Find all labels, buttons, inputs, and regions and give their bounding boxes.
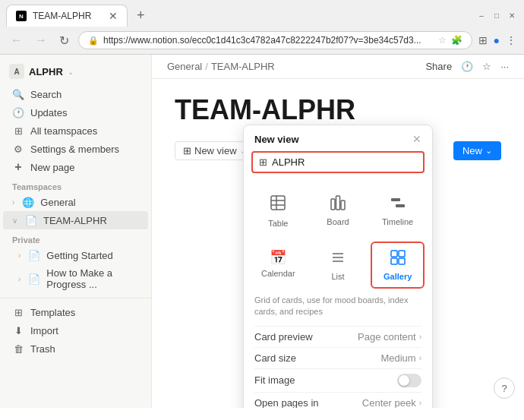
svg-rect-5: [336, 196, 339, 210]
panel-input-row: ⊞: [244, 151, 432, 181]
sidebar-item-general[interactable]: › 🌐 General: [3, 193, 148, 211]
view-option-gallery[interactable]: Gallery: [371, 242, 425, 289]
profile-icon[interactable]: ●: [494, 34, 500, 46]
svg-rect-0: [271, 196, 285, 210]
history-icon[interactable]: 🕐: [461, 61, 473, 72]
card-preview-value-text: Page content: [358, 331, 416, 343]
sidebar-team-alphr-label: TEAM-ALPHR: [43, 215, 107, 226]
fit-image-label: Fit image: [254, 374, 295, 386]
new-page-icon: +: [12, 161, 24, 173]
maximize-button[interactable]: □: [491, 10, 503, 22]
calendar-icon: 📅: [270, 249, 286, 266]
svg-rect-4: [331, 199, 335, 210]
general-icon: 🌐: [22, 196, 34, 208]
breadcrumb-home: General: [167, 61, 202, 72]
address-ext-icon: 🧩: [451, 35, 462, 46]
main-content: General / TEAM-ALPHR Share 🕐 ☆ ··· TEAM-…: [152, 55, 524, 408]
view-name-input[interactable]: [272, 156, 417, 168]
favorite-icon[interactable]: ☆: [482, 61, 491, 72]
browser-tab[interactable]: N TEAM-ALPHR ✕: [6, 5, 128, 27]
getting-started-chevron: ›: [18, 251, 21, 260]
getting-started-icon: 📄: [28, 249, 40, 261]
window-controls: – □ ✕: [475, 10, 518, 22]
address-bar[interactable]: 🔒 https://www.notion.so/ecc0c1d41c3c4782…: [78, 31, 472, 49]
trash-icon: 🗑: [12, 343, 24, 355]
updates-icon: 🕐: [12, 106, 24, 118]
open-pages-value-text: Center peek: [362, 397, 416, 408]
close-button[interactable]: ✕: [506, 10, 518, 22]
header-actions: Share 🕐 ☆ ···: [425, 61, 509, 72]
team-alphr-chevron: ∨: [12, 216, 17, 225]
sidebar-divider: [0, 298, 151, 298]
view-btn-icon: ⊞: [183, 145, 191, 156]
sidebar-item-all-teamspaces[interactable]: ⊞ All teamspaces: [3, 122, 148, 140]
sidebar-item-search[interactable]: 🔍 Search: [3, 85, 148, 103]
tab-close-btn[interactable]: ✕: [109, 10, 118, 22]
help-button[interactable]: ?: [494, 377, 515, 399]
new-record-button[interactable]: New ⌄: [453, 141, 501, 160]
teamspaces-section-label: Teamspaces: [0, 176, 151, 193]
sidebar-item-updates[interactable]: 🕐 Updates: [3, 103, 148, 122]
sidebar-how-to-label: How to Make a Progress ...: [46, 267, 139, 290]
svg-rect-8: [396, 204, 405, 207]
new-tab-button[interactable]: +: [131, 5, 151, 27]
address-star-icon: ☆: [438, 35, 447, 46]
back-button[interactable]: ←: [8, 32, 26, 49]
setting-card-preview: Card preview Page content ›: [254, 326, 421, 347]
open-pages-value[interactable]: Center peek ›: [362, 397, 421, 408]
card-size-value[interactable]: Medium ›: [380, 352, 421, 364]
sidebar-updates-label: Updates: [30, 107, 67, 118]
search-icon: 🔍: [12, 88, 24, 100]
view-option-calendar[interactable]: 📅 Calendar: [251, 242, 305, 289]
view-options-grid: Table Board Timeline: [244, 181, 432, 295]
toggle-knob: [399, 375, 409, 386]
new-view-button[interactable]: ⊞ New view ⌄: [175, 141, 254, 160]
svg-rect-14: [391, 258, 397, 264]
panel-close-button[interactable]: ✕: [412, 133, 421, 145]
calendar-label: Calendar: [261, 269, 295, 278]
how-to-icon: 📄: [28, 273, 40, 285]
page-body: TEAM-ALPHR ⊞ New view ⌄ Filter Sort 🔍 ··…: [152, 79, 524, 408]
sidebar-item-trash[interactable]: 🗑 Trash: [3, 339, 148, 358]
card-preview-chevron: ›: [419, 333, 421, 341]
table-label: Table: [268, 219, 288, 228]
sidebar-item-how-to[interactable]: › 📄 How to Make a Progress ...: [3, 264, 148, 293]
share-button[interactable]: Share: [425, 61, 452, 72]
sidebar-item-templates[interactable]: ⊞ Templates: [3, 303, 148, 321]
sidebar-item-team-alphr[interactable]: ∨ 📄 TEAM-ALPHR: [3, 211, 148, 229]
import-icon: ⬇: [12, 324, 24, 336]
sidebar-item-settings[interactable]: ⚙ Settings & members: [3, 140, 148, 158]
panel-settings: Card preview Page content › Card size Me…: [244, 326, 432, 408]
view-option-timeline[interactable]: Timeline: [371, 187, 425, 235]
card-preview-value[interactable]: Page content ›: [358, 331, 421, 343]
sidebar-search-label: Search: [30, 89, 62, 100]
tab-favicon: N: [16, 11, 27, 21]
open-pages-chevron: ›: [419, 399, 421, 407]
sidebar-item-new-page[interactable]: + New page: [3, 158, 148, 176]
breadcrumb: General / TEAM-ALPHR: [167, 61, 275, 72]
workspace-avatar: A: [9, 64, 24, 79]
private-section-label: Private: [0, 229, 151, 246]
timeline-icon: [390, 194, 406, 214]
fit-image-toggle[interactable]: [397, 374, 421, 387]
refresh-button[interactable]: ↻: [56, 32, 72, 49]
minimize-button[interactable]: –: [475, 10, 488, 22]
sidebar-new-page-label: New page: [30, 162, 75, 173]
card-size-label: Card size: [254, 352, 296, 364]
view-option-table[interactable]: Table: [251, 187, 305, 235]
sidebar-item-import[interactable]: ⬇ Import: [3, 321, 148, 339]
breadcrumb-current: TEAM-ALPHR: [211, 61, 275, 72]
sidebar: A ALPHR ⌄ 🔍 Search 🕐 Updates ⊞ All teams…: [0, 55, 152, 408]
workspace-chevron: ⌄: [68, 68, 74, 76]
forward-button[interactable]: →: [32, 32, 50, 49]
more-icon[interactable]: ···: [500, 61, 509, 72]
title-bar: N TEAM-ALPHR ✕ + – □ ✕: [0, 0, 524, 27]
sidebar-settings-label: Settings & members: [30, 144, 119, 155]
menu-icon[interactable]: ⋮: [506, 34, 516, 46]
view-option-board[interactable]: Board: [311, 187, 365, 235]
svg-rect-15: [399, 258, 405, 264]
extensions-icon[interactable]: ⊞: [478, 34, 488, 46]
board-icon: [330, 194, 346, 214]
view-option-list[interactable]: List: [311, 242, 365, 289]
sidebar-item-getting-started[interactable]: › 📄 Getting Started: [3, 246, 148, 264]
